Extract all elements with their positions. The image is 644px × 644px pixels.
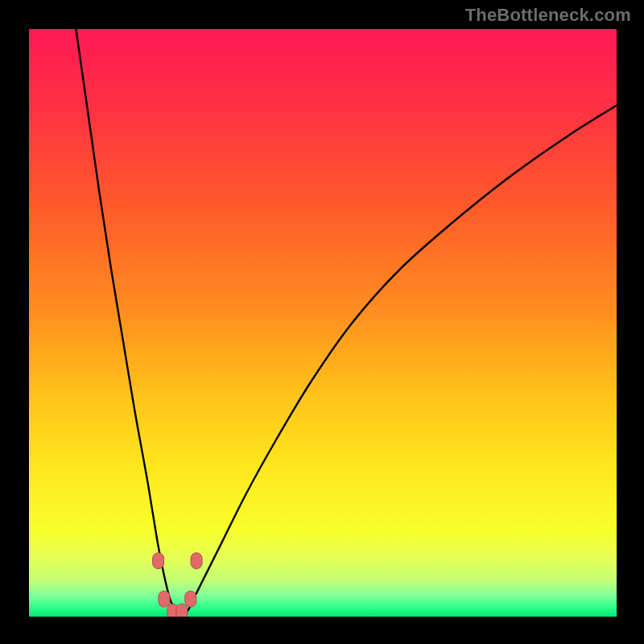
chart-frame: TheBottleneck.com [0,0,644,644]
bottleneck-curve [76,29,617,613]
plot-overlay [29,29,617,617]
curve-marker [191,553,202,569]
curve-marker [159,591,170,607]
curve-marker [185,591,196,607]
curve-marker [153,553,164,569]
curve-marker [176,604,188,617]
curve-markers [153,553,202,617]
plot-area [29,29,617,617]
watermark-text: TheBottleneck.com [465,5,631,26]
